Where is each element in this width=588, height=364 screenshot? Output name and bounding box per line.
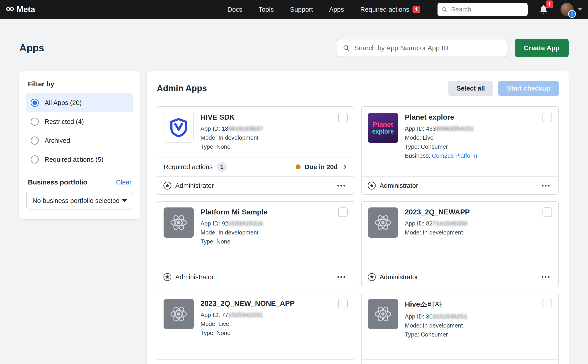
app-card-top: 2023_2Q_NEWAPP App ID: 827141545333 Mode… (362, 202, 558, 268)
notification-count-badge: 1 (546, 0, 553, 8)
account-menu[interactable]: f (561, 3, 574, 16)
card-menu-button[interactable]: ••• (540, 181, 552, 190)
create-app-button[interactable]: Create App (515, 39, 569, 57)
chevron-right-icon (342, 164, 348, 170)
app-select-checkbox[interactable] (338, 208, 348, 217)
atom-app-icon (368, 208, 398, 238)
app-mode-line: Mode: In development (201, 228, 268, 237)
app-name: Planet explore (405, 113, 477, 121)
nav-item-required-actions[interactable]: Required actions 1 (360, 6, 420, 13)
redacted-app-id: 7141545333 (432, 220, 467, 227)
app-type-line: Type: Consumer (405, 142, 477, 151)
planet-icon-text: explore (372, 129, 394, 135)
app-type-line: Type: None (201, 237, 268, 246)
nav-search-input[interactable] (451, 6, 523, 13)
search-icon (343, 44, 350, 52)
app-card[interactable]: HIVE SDK App ID: 185616163637 Mode: In d… (157, 106, 354, 195)
card-menu-button[interactable]: ••• (335, 181, 348, 190)
nav-item-support[interactable]: Support (290, 6, 313, 13)
app-info: 2023_2Q_NEW_NONE_APP App ID: 77152534153… (201, 299, 295, 353)
business-portfolio-header: Business portfolio Clear (28, 178, 131, 186)
admin-apps-title: Admin Apps (157, 84, 207, 93)
planet-icon-text: Planet (373, 121, 393, 128)
app-card[interactable]: Hive소비자 App ID: 303151535251 Mode: In de… (361, 292, 559, 364)
app-mode-line: Mode: Live (405, 133, 477, 142)
admin-apps-panel: Admin Apps Select all Start checkup HIVE… (147, 71, 569, 364)
app-select-checkbox[interactable] (338, 113, 348, 122)
app-select-checkbox[interactable] (542, 113, 552, 122)
business-portfolio-title: Business portfolio (28, 178, 87, 186)
app-select-checkbox[interactable] (338, 299, 348, 308)
app-select-checkbox[interactable] (542, 208, 552, 217)
notifications-button[interactable]: 1 (538, 4, 549, 15)
app-type-line: Type: None (201, 142, 263, 151)
filter-option-label: All Apps (20) (45, 99, 82, 107)
nav-item-label: Required actions (360, 6, 409, 13)
card-menu-button[interactable]: ••• (540, 273, 552, 282)
radio-icon (31, 156, 39, 163)
filter-title: Filter by (28, 80, 133, 88)
account-chevron-down-icon[interactable] (578, 8, 582, 11)
app-card-footer: Administrator ••• (362, 268, 558, 286)
app-card-top: Hive소비자 App ID: 303151535251 Mode: In de… (362, 293, 558, 359)
role-label-group: Administrator (367, 273, 418, 281)
nav-item-tools[interactable]: Tools (259, 6, 274, 13)
redacted-app-id: 95963354151 (436, 125, 474, 132)
atom-app-icon (163, 208, 194, 238)
app-card-top: HIVE SDK App ID: 185616163637 Mode: In d… (157, 107, 354, 157)
app-search-input[interactable] (354, 44, 501, 52)
app-mode-line: Mode: In development (201, 133, 263, 142)
app-name: 2023_2Q_NEW_NONE_APP (201, 299, 295, 308)
app-info: 2023_2Q_NEWAPP App ID: 827141545333 Mode… (405, 208, 470, 262)
filter-option-required-actions[interactable]: Required actions (5) (26, 150, 133, 169)
card-menu-button[interactable]: ••• (335, 273, 348, 282)
radio-icon (31, 99, 39, 107)
due-status-dot (296, 164, 301, 169)
app-select-checkbox[interactable] (542, 299, 552, 308)
start-checkup-button[interactable]: Start checkup (498, 81, 559, 96)
redacted-app-id: 1533415316 (228, 220, 263, 227)
page-header-actions: Create App (337, 39, 569, 57)
app-card[interactable]: Planetexplore Planet explore App ID: 433… (361, 106, 559, 195)
nav-search (438, 3, 528, 16)
administrator-star-icon (367, 273, 376, 281)
facebook-icon: f (568, 10, 576, 18)
nav-item-docs[interactable]: Docs (228, 6, 242, 13)
app-name: 2023_2Q_NEWAPP (405, 208, 470, 216)
app-mode-line: Mode: In development (405, 228, 470, 237)
page-body: Apps Create App Filter by All Apps (20) … (0, 39, 588, 364)
nav-item-apps[interactable]: Apps (329, 6, 344, 13)
role-label: Administrator (380, 273, 418, 281)
filter-option-archived[interactable]: Archived (26, 131, 133, 150)
atom-app-icon (163, 299, 194, 329)
app-search (337, 39, 507, 57)
business-portfolio-select[interactable]: No business portfolio selected (26, 192, 133, 209)
app-info: Planet explore App ID: 43395963354151 Mo… (405, 113, 477, 170)
clear-portfolio-link[interactable]: Clear (116, 179, 131, 186)
required-actions-count-badge: 1 (217, 162, 227, 172)
app-card[interactable]: Platform Mi Sample App ID: 921533415316 … (157, 201, 354, 286)
app-card-footer: Administrator ••• (362, 359, 558, 364)
app-card-footer: Administrator ••• (362, 176, 558, 194)
admin-apps-actions: Select all Start checkup (448, 81, 559, 96)
app-id-line: App ID: 771525341531 (201, 310, 295, 319)
due-link[interactable]: Due in 20d (296, 163, 348, 171)
filter-option-label: Archived (45, 137, 70, 144)
filter-option-restricted[interactable]: Restricted (4) (26, 112, 133, 131)
portfolio-selected-value: No business portfolio selected (33, 197, 120, 205)
nav-links: Docs Tools Support Apps Required actions… (228, 6, 420, 13)
meta-logo-icon: ∞ (6, 4, 14, 13)
business-link[interactable]: Com2us Platform (432, 152, 477, 159)
meta-brand[interactable]: ∞ Meta (6, 5, 35, 14)
administrator-star-icon (163, 273, 172, 281)
search-icon (442, 6, 448, 13)
redacted-app-id: 5616163637 (228, 125, 263, 132)
administrator-star-icon (163, 181, 172, 190)
atom-app-icon (368, 299, 398, 329)
brand-name: Meta (16, 5, 35, 14)
page-header: Apps Create App (19, 39, 569, 57)
app-card[interactable]: 2023_2Q_NEW_NONE_APP App ID: 77152534153… (157, 292, 354, 364)
select-all-button[interactable]: Select all (448, 81, 493, 96)
filter-option-all-apps[interactable]: All Apps (20) (26, 93, 133, 112)
app-card[interactable]: 2023_2Q_NEWAPP App ID: 827141545333 Mode… (361, 201, 559, 286)
